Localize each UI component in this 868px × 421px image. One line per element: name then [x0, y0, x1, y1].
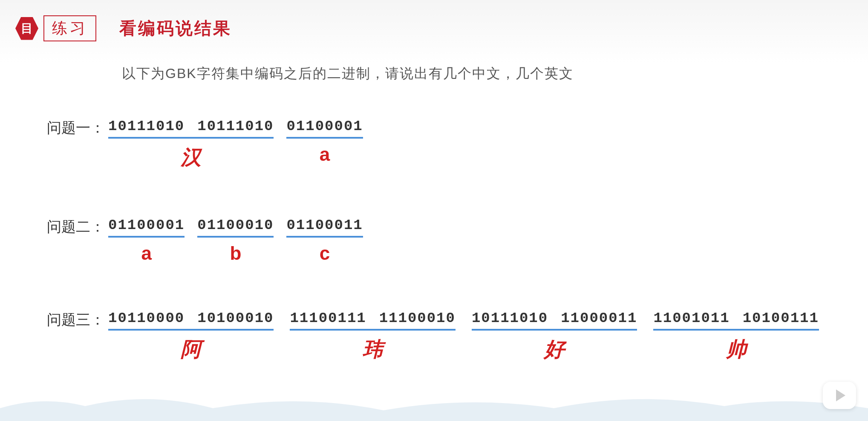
byte-value: 11100111: [290, 310, 366, 326]
q1-group-1-bytes: 10111010 10111010: [108, 118, 274, 139]
q3-group-2-answer: 玮: [363, 336, 383, 363]
byte-value: 11000011: [561, 310, 637, 326]
play-icon[interactable]: [823, 382, 856, 409]
question-1-groups: 10111010 10111010 汉 01100001 a: [108, 118, 363, 171]
byte-value: 10100010: [197, 310, 274, 326]
q2-group-1-bytes: 01100001: [108, 217, 185, 238]
q2-group-3-bytes: 01100011: [286, 217, 363, 238]
question-1-label: 问题一：: [47, 118, 105, 138]
q1-group-2-answer: a: [320, 144, 330, 165]
q3-group-1: 10110000 10100010 阿: [108, 310, 274, 363]
q2-group-2-answer: b: [230, 243, 241, 264]
question-3-label: 问题三：: [47, 310, 105, 330]
q2-group-2-bytes: 01100010: [197, 217, 274, 238]
byte-value: 01100011: [286, 217, 363, 233]
q3-group-4: 11001011 10100111 帅: [653, 310, 819, 363]
q1-group-1: 10111010 10111010 汉: [108, 118, 274, 171]
byte-value: 10100111: [743, 310, 819, 326]
q2-group-3: 01100011 c: [286, 217, 363, 264]
byte-value: 10111010: [108, 118, 185, 134]
q3-group-1-answer: 阿: [181, 336, 201, 363]
q3-group-4-answer: 帅: [726, 336, 747, 363]
practice-label: 练习: [43, 15, 96, 41]
header: 目 练习 看编码说结果: [0, 0, 868, 41]
q3-group-2: 11100111 11100010 玮: [290, 310, 455, 363]
question-1: 问题一： 10111010 10111010 汉 01100001 a: [47, 118, 868, 171]
q2-group-2: 01100010 b: [197, 217, 274, 264]
byte-value: 01100001: [286, 118, 363, 134]
q1-group-2-bytes: 01100001: [286, 118, 363, 139]
byte-value: 10110000: [108, 310, 185, 326]
q3-group-2-bytes: 11100111 11100010: [290, 310, 455, 331]
question-3-groups: 10110000 10100010 阿 11100111 11100010 玮 …: [108, 310, 819, 363]
byte-value: 01100010: [197, 217, 274, 233]
question-2: 问题二： 01100001 a 01100010 b 01100011 c: [47, 217, 868, 264]
play-triangle-icon: [836, 389, 845, 401]
q3-group-3: 10111010 11000011 好: [472, 310, 637, 363]
mountain-decoration: [0, 387, 868, 421]
q2-group-1: 01100001 a: [108, 217, 185, 264]
subtitle: 以下为GBK字符集中编码之后的二进制，请说出有几个中文，几个英文: [122, 64, 868, 83]
list-icon: 目: [15, 17, 38, 40]
question-2-groups: 01100001 a 01100010 b 01100011 c: [108, 217, 363, 264]
byte-value: 11100010: [379, 310, 456, 326]
q1-group-1-answer: 汉: [181, 144, 201, 171]
page-title: 看编码说结果: [119, 17, 232, 40]
q3-group-3-answer: 好: [544, 336, 565, 363]
question-2-label: 问题二：: [47, 217, 105, 237]
question-3: 问题三： 10110000 10100010 阿 11100111 111000…: [47, 310, 868, 363]
byte-value: 10111010: [472, 310, 548, 326]
byte-value: 11001011: [653, 310, 730, 326]
list-icon-glyph: 目: [21, 20, 33, 37]
q3-group-1-bytes: 10110000 10100010: [108, 310, 274, 331]
q2-group-3-answer: c: [320, 243, 330, 264]
q3-group-3-bytes: 10111010 11000011: [472, 310, 637, 331]
q3-group-4-bytes: 11001011 10100111: [653, 310, 819, 331]
q2-group-1-answer: a: [141, 243, 151, 264]
byte-value: 01100001: [108, 217, 185, 233]
byte-value: 10111010: [197, 118, 274, 134]
q1-group-2: 01100001 a: [286, 118, 363, 171]
